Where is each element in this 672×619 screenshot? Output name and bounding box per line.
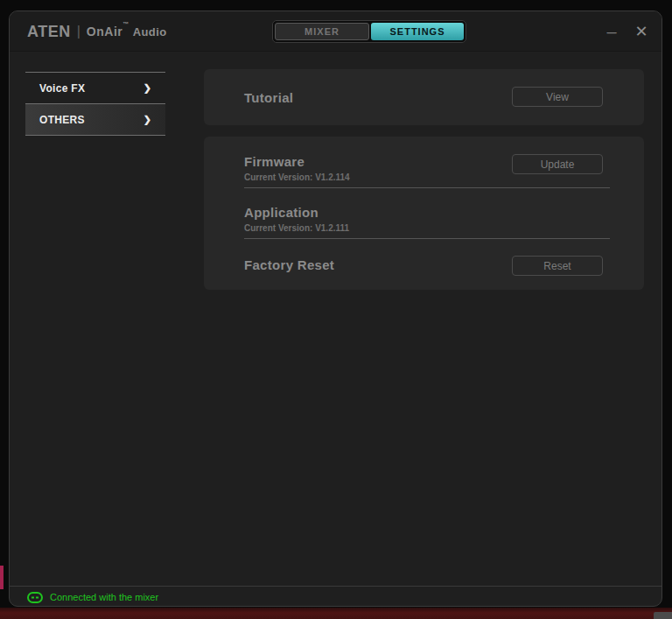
application-version: Current Version: V1.2.111 — [244, 223, 349, 233]
background-gray-patch — [654, 612, 672, 619]
background-red-sliver — [0, 566, 4, 589]
product-name: OnAir™ — [87, 25, 130, 39]
tab-settings[interactable]: SETTINGS — [371, 23, 464, 40]
titlebar: ATEN | OnAir™ Audio MIXER SETTINGS – ✕ — [10, 11, 662, 52]
tutorial-title: Tutorial — [244, 90, 293, 105]
section-divider — [244, 238, 610, 239]
link-connected-icon — [27, 592, 43, 603]
sidebar-item-voice-fx[interactable]: Voice FX ❯ — [25, 73, 165, 104]
view-tabgroup: MIXER SETTINGS — [272, 20, 466, 43]
view-button[interactable]: View — [512, 87, 603, 107]
logo-divider: | — [77, 24, 80, 39]
firmware-version: Current Version: V1.2.114 — [244, 172, 350, 182]
tutorial-card: Tutorial View — [204, 69, 644, 125]
sidebar-item-label: OTHERS — [39, 114, 85, 126]
sidebar-item-label: Voice FX — [39, 82, 85, 95]
statusbar: Connected with the mixer — [10, 586, 662, 607]
brand-logo: ATEN — [27, 23, 71, 41]
chevron-right-icon: ❯ — [144, 82, 151, 94]
application-title: Application — [244, 205, 318, 220]
minimize-button[interactable]: – — [602, 22, 621, 41]
app-window: ATEN | OnAir™ Audio MIXER SETTINGS – ✕ V… — [9, 11, 662, 607]
settings-sidebar: Voice FX ❯ OTHERS ❯ — [25, 72, 165, 136]
chevron-right-icon: ❯ — [144, 114, 151, 125]
background-red-strip — [0, 608, 672, 619]
app-logo: ATEN | OnAir™ Audio — [27, 11, 167, 52]
section-divider — [244, 187, 610, 188]
product-suffix: Audio — [133, 25, 167, 39]
update-button[interactable]: Update — [512, 154, 603, 174]
close-button[interactable]: ✕ — [632, 22, 651, 41]
reset-button[interactable]: Reset — [512, 256, 603, 276]
tab-mixer[interactable]: MIXER — [275, 23, 369, 40]
window-controls: – ✕ — [602, 11, 651, 52]
factory-reset-title: Factory Reset — [244, 257, 334, 272]
connection-status-text: Connected with the mixer — [50, 592, 158, 602]
trademark-symbol: ™ — [122, 21, 130, 27]
others-settings-card: Firmware Current Version: V1.2.114 Updat… — [204, 137, 644, 290]
firmware-title: Firmware — [244, 154, 304, 169]
sidebar-item-others[interactable]: OTHERS ❯ — [25, 104, 165, 136]
